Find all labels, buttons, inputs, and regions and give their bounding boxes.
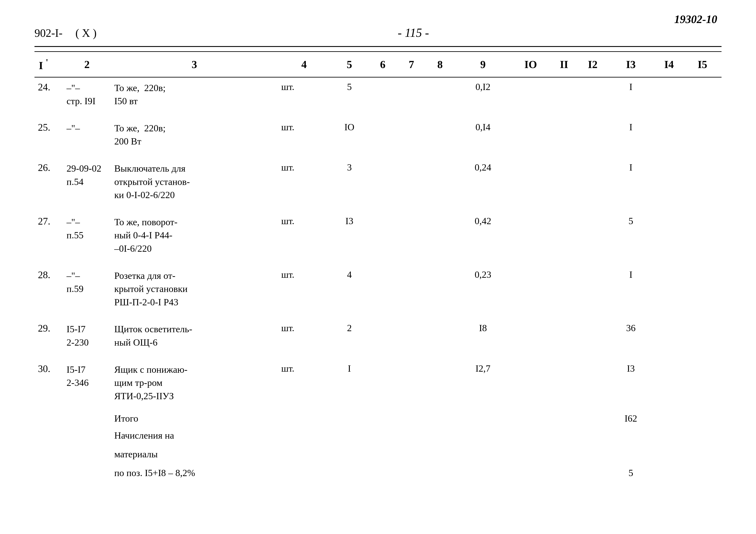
row-col13-29: 36 [607,319,655,353]
row-col6-25 [368,118,397,152]
row-unit-24: шт. [278,77,330,112]
notes-spacer19 [683,464,721,482]
row-col6-27 [368,212,397,259]
row-ref-27: –"–п.55 [63,212,111,259]
row-col13-30: I3 [607,359,655,407]
row-col15-25 [683,118,721,152]
col-header-13: I3 [607,52,655,77]
row-desc-26: Выключатель дляоткрытой установ-ки 0-I-0… [111,158,278,206]
notes-spacer12 [397,464,426,482]
row-col9-30: I2,7 [454,359,512,407]
total-spacer7 [397,407,426,426]
row-unit-26: шт. [278,158,330,206]
col-header-5: 5 [330,52,368,77]
notes-spacer7 [35,464,63,482]
row-num-25: 25. [35,118,63,152]
row-col6-28 [368,265,397,313]
row-col8-28 [426,265,454,313]
row-col7-30 [397,359,426,407]
row-col7-29 [397,319,426,353]
total-spacer6 [368,407,397,426]
table-row: 28. –"–п.59 Розетка для от-крытой устано… [35,265,721,313]
col-header-9: 9 [454,52,512,77]
row-desc-24: То же, 220в;I50 вт [111,77,278,112]
row-col7-25 [397,118,426,152]
notes-spacer1 [35,426,63,445]
table-row: 26. 29-09-02п.54 Выключатель дляоткрытой… [35,158,721,206]
table-row: 25. –"– То же, 220в;200 Вт шт. IO 0,I4 I [35,118,721,152]
row-num-28: 28. [35,265,63,313]
row-col12-27 [579,212,607,259]
col-header-14: I4 [655,52,683,77]
row-col10-26 [512,158,550,206]
row-col11-27 [550,212,579,259]
col-header-6: 6 [368,52,397,77]
row-col14-27 [655,212,683,259]
total-spacer12 [579,407,607,426]
row-col10-24 [512,77,550,112]
table-row: 30. I5-I72-346 Ящик с понижаю-щим тр-ром… [35,359,721,407]
row-col9-24: 0,I2 [454,77,512,112]
row-col14-30 [655,359,683,407]
row-col14-26 [655,158,683,206]
spacer-row [35,112,721,118]
row-col12-29 [579,319,607,353]
notes-spacer3 [278,426,721,445]
total-spacer15 [683,407,721,426]
total-label: Итого [111,407,278,426]
col-header-7: 7 [397,52,426,77]
row-col12-25 [579,118,607,152]
row-col13-25: I [607,118,655,152]
row-ref-28: –"–п.59 [63,265,111,313]
row-num-27: 27. [35,212,63,259]
row-col5-25: IO [330,118,368,152]
notes-spacer9 [278,464,330,482]
notes-spacer10 [330,464,368,482]
row-col11-26 [550,158,579,206]
row-col13-27: 5 [607,212,655,259]
row-col8-30 [426,359,454,407]
row-col11-28 [550,265,579,313]
row-unit-27: шт. [278,212,330,259]
row-ref-29: I5-I72-230 [63,319,111,353]
total-spacer9 [454,407,512,426]
row-col11-29 [550,319,579,353]
notes-row-1: Начисления на [35,426,721,445]
row-col11-30 [550,359,579,407]
row-col6-24 [368,77,397,112]
row-col7-27 [397,212,426,259]
notes-spacer2 [63,426,111,445]
column-header-row: I ' 2 3 4 5 6 7 8 9 IO II I2 I3 I4 I5 [35,52,721,77]
row-desc-29: Щиток осветитель-ный ОЩ-6 [111,319,278,353]
col-header-12: I2 [579,52,607,77]
row-col9-27: 0,42 [454,212,512,259]
notes-text-2: материалы [111,445,278,464]
row-col13-28: I [607,265,655,313]
table-row: 29. I5-I72-230 Щиток осветитель-ный ОЩ-6… [35,319,721,353]
row-col15-29 [683,319,721,353]
row-unit-29: шт. [278,319,330,353]
row-ref-25: –"– [63,118,111,152]
notes-row-3: по поз. I5+I8 – 8,2% 5 [35,464,721,482]
total-spacer10 [512,407,550,426]
col-header-8: 8 [426,52,454,77]
row-col12-26 [579,158,607,206]
row-col14-24 [655,77,683,112]
row-desc-25: То же, 220в;200 Вт [111,118,278,152]
header-code: 902-I- [35,27,63,39]
row-ref-30: I5-I72-346 [63,359,111,407]
row-col9-26: 0,24 [454,158,512,206]
total-spacer11 [550,407,579,426]
row-col8-25 [426,118,454,152]
notes-spacer16 [550,464,579,482]
total-row: Итого I62 [35,407,721,426]
spacer-row [35,313,721,319]
notes-spacer14 [454,464,512,482]
row-col5-26: 3 [330,158,368,206]
row-col11-24 [550,77,579,112]
total-spacer5 [330,407,368,426]
notes-spacer11 [368,464,397,482]
total-value: I62 [607,407,655,426]
row-col8-27 [426,212,454,259]
notes-spacer15 [512,464,550,482]
